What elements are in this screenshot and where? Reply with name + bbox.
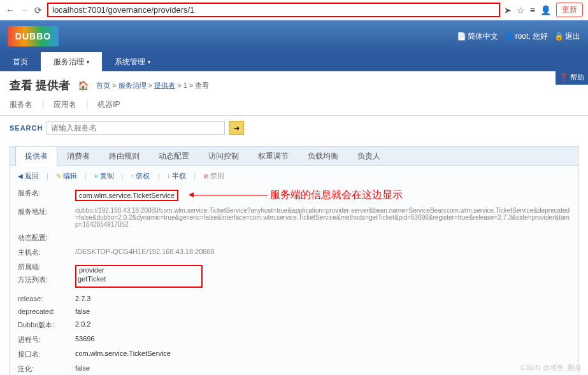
bc-view: 查看 (195, 81, 209, 89)
row-pid: 进程号:53696 (18, 332, 570, 347)
breadcrumb: 首页 > 服务治理 > 提供者 > 1 > 查看 (96, 81, 209, 90)
nav-sys-admin[interactable]: 系统管理▾ (102, 52, 163, 71)
url-host: localhost (52, 5, 85, 15)
bc-gov[interactable]: 服务治理 (118, 81, 147, 89)
reload-icon[interactable]: ⟳ (33, 5, 43, 15)
star-icon[interactable]: ☆ (517, 5, 525, 15)
lang-link[interactable]: 📄简体中文 (457, 31, 498, 42)
tab-dynconf[interactable]: 动态配置 (149, 146, 199, 166)
annotation: 服务端的信息就会在这边显示 (191, 188, 403, 202)
detail-table: 服务名: com.wlm.service.TicketService 服务端的信… (10, 186, 578, 375)
page-title: 查看 提供者 (10, 78, 70, 93)
help-button[interactable]: ❓ 帮助 (556, 70, 588, 85)
list-icon[interactable]: ≡ (530, 5, 535, 15)
search-button[interactable]: ➜ (229, 121, 244, 135)
row-service-url: 服务地址:dubbo://192.168.43.18:20880/com.wlm… (18, 204, 570, 230)
url-bar[interactable]: localhost:7001/governance/providers/1 (47, 3, 500, 17)
row-service-name: 服务名: com.wlm.service.TicketService 服务端的信… (18, 186, 570, 204)
service-name-value: com.wlm.service.TicketService (75, 190, 178, 201)
tab-access[interactable]: 访问控制 (199, 146, 248, 166)
search-input[interactable] (47, 121, 225, 135)
service-url-value: dubbo://192.168.43.18:20880/com.wlm.serv… (75, 207, 570, 228)
content-panel: 提供者 消费者 路由规则 动态配置 访问控制 权重调节 负载均衡 负责人 ◀返回… (10, 146, 578, 375)
url-path: :7001/governance/providers/1 (85, 5, 194, 15)
row-generic: 泛化:false (18, 362, 570, 375)
page-title-bar: 查看 提供者 🏠 首页 > 服务治理 > 提供者 > 1 > 查看 (0, 71, 588, 99)
subtab-service[interactable]: 服务名 (10, 99, 32, 110)
browser-right: ➤ ☆ ≡ 👤 更新 (504, 3, 583, 17)
update-button[interactable]: 更新 (556, 3, 583, 17)
action-bar: ◀返回 | ✎编辑 | +复制 | ↑倍权 | ↓半权 | ⊘禁用 (10, 166, 578, 186)
nav-service-gov[interactable]: 服务治理▾ (41, 52, 102, 71)
logo[interactable]: DUBBO (8, 26, 59, 46)
info-tabs: 提供者 消费者 路由规则 动态配置 访问控制 权重调节 负载均衡 负责人 (10, 147, 578, 166)
row-dynconf: 动态配置: (18, 230, 570, 245)
tab-owner[interactable]: 负责人 (348, 146, 390, 166)
edit-link[interactable]: ✎编辑 (56, 171, 77, 181)
bc-home[interactable]: 首页 (96, 81, 110, 89)
forward-icon[interactable]: → (19, 5, 29, 15)
double-weight-link[interactable]: ↑倍权 (131, 171, 150, 181)
tab-route[interactable]: 路由规则 (99, 146, 149, 166)
app-header: DUBBO 📄简体中文 👤root, 您好 🔒退出 (0, 20, 588, 52)
bc-providers[interactable]: 提供者 (154, 81, 175, 89)
row-deprecated: deprecated:false (18, 305, 570, 318)
watermark: CSDN @咸鱼_翻身 (520, 363, 582, 372)
subtab-ip[interactable]: 机器IP (97, 99, 120, 110)
nav-home[interactable]: 首页 (0, 52, 41, 71)
home-icon[interactable]: 🏠 (78, 80, 89, 90)
sub-tabs: 服务名 | 应用名 | 机器IP (0, 99, 588, 116)
back-icon[interactable]: ← (5, 5, 15, 15)
row-host: 主机名:/DESKTOP-QCG4H1E/192.168.43.18:20880 (18, 245, 570, 260)
header-right: 📄简体中文 👤root, 您好 🔒退出 (457, 31, 580, 42)
row-interface: 接口名:com.wlm.service.TicketService (18, 347, 570, 362)
bc-id: 1 (183, 81, 187, 89)
chevron-down-icon: ▾ (148, 59, 150, 65)
tab-provider[interactable]: 提供者 (15, 146, 57, 166)
disable-link[interactable]: ⊘禁用 (203, 171, 224, 181)
main-nav: 首页 服务治理▾ 系统管理▾ (0, 52, 588, 71)
search-label: SEARCH (10, 124, 43, 132)
row-dubbover: Dubbo版本:2.0.2 (18, 318, 570, 332)
search-bar: SEARCH ➜ (0, 116, 588, 140)
logout-link[interactable]: 🔒退出 (554, 31, 580, 42)
tab-weight[interactable]: 权重调节 (248, 146, 298, 166)
browser-toolbar: ← → ⟳ localhost:7001/governance/provider… (0, 0, 588, 20)
row-release: release:2.7.3 (18, 292, 570, 305)
user-link[interactable]: 👤root, 您好 (505, 31, 548, 42)
send-icon[interactable]: ➤ (504, 5, 512, 15)
chevron-down-icon: ▾ (87, 59, 89, 65)
copy-link[interactable]: +复制 (94, 171, 114, 181)
user-icon[interactable]: 👤 (540, 5, 551, 15)
tab-consumer[interactable]: 消费者 (57, 146, 99, 166)
back-link[interactable]: ◀返回 (18, 171, 39, 181)
half-weight-link[interactable]: ↓半权 (167, 171, 186, 181)
subtab-app[interactable]: 应用名 (54, 99, 76, 110)
tab-loadbal[interactable]: 负载均衡 (298, 146, 348, 166)
